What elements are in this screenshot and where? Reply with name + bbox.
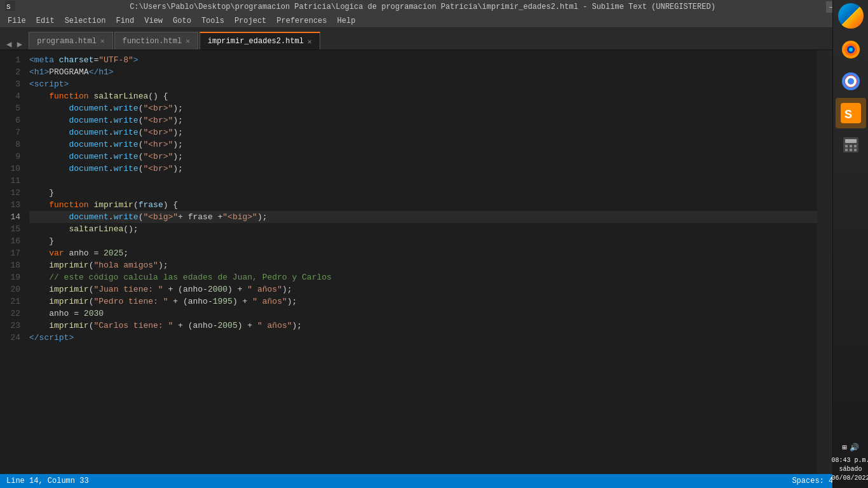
windows-logo[interactable] [836,3,866,33]
code-line-24: </script> [29,332,817,344]
code-line-18: imprimir("hola amigos"); [29,259,817,271]
tab-label: function.html [123,37,182,46]
tab-arrows: ◀ ▶ [3,39,26,50]
chrome-icon[interactable] [836,66,866,97]
tab-close-imprimir[interactable]: ✕ [308,37,312,46]
svg-rect-19 [845,149,848,151]
line-num: 20 [4,283,20,295]
firefox-icon[interactable] [836,34,866,65]
tab-label: programa.html [37,37,97,46]
menu-goto[interactable]: Goto [168,15,196,27]
menu-preferences[interactable]: Preferences [271,15,332,27]
line-num: 23 [4,320,20,332]
line-num: 2 [4,66,20,78]
tab-close-programa[interactable]: ✕ [100,37,105,45]
tab-imprimir[interactable]: imprimir_edades2.html ✕ [200,32,320,50]
code-line-2: <h1>PROGRAMA</h1> [29,66,817,78]
tab-function[interactable]: function.html ✕ [114,32,198,50]
menu-help[interactable]: Help [332,15,361,27]
svg-text:S: S [6,3,11,11]
title-bar: S C:\Users\Pablo\Desktop\programacion Pa… [0,0,868,14]
code-line-19: // este código calcula las edades de Jua… [29,271,817,283]
svg-rect-16 [845,145,848,147]
code-line-8: document.write("<hr>"); [29,139,817,151]
line-num: 9 [4,151,20,163]
svg-rect-18 [854,145,857,147]
status-left: Line 14, Column 33 [6,477,89,485]
line-num: 7 [4,126,20,139]
line-num: 3 [4,78,20,90]
svg-rect-17 [850,145,852,147]
status-spaces: Spaces: 4 [792,477,833,485]
sublime-icon[interactable]: S [836,98,866,128]
line-num: 6 [4,114,20,126]
code-line-14: document.write("<big>"+ frase +"<big>"); [29,211,817,223]
line-num: 12 [4,187,20,199]
taskbar-icons-row: ⊞ 🔊 [842,443,858,452]
line-num: 19 [4,271,20,283]
line-numbers: 1 2 3 4 5 6 7 8 9 10 11 12 13 14 15 16 1… [0,50,27,474]
calculator-icon[interactable] [836,130,866,160]
svg-rect-21 [854,149,857,151]
menu-view[interactable]: View [139,15,168,27]
status-position: Line 14, Column 33 [6,477,89,485]
line-num: 24 [4,332,20,344]
menu-selection[interactable]: Selection [60,15,111,27]
line-num: 1 [4,54,20,66]
editor: 1 2 3 4 5 6 7 8 9 10 11 12 13 14 15 16 1… [0,50,868,474]
svg-rect-15 [845,139,857,143]
line-num: 11 [4,175,20,187]
line-num: 14 [4,211,20,223]
menu-find[interactable]: Find [111,15,139,27]
time-display: 08:43 p.m. sábado 06/08/2022 [832,456,869,483]
code-line-6: document.write("<br>"); [29,114,817,126]
code-line-21: imprimir("Pedro tiene: " + (anho-1995) +… [29,295,817,308]
menu-bar: File Edit Selection Find View Goto Tools… [0,14,868,28]
menu-file[interactable]: File [3,15,31,27]
clock-time: 08:43 p.m. [832,456,869,465]
code-line-9: document.write("<br>"); [29,151,817,163]
code-line-7: document.write("<br>"); [29,126,817,139]
code-line-13: function imprimir(frase) { [29,199,817,211]
line-num: 10 [4,163,20,175]
code-line-22: anho = 2030 [29,308,817,320]
code-line-16: } [29,235,817,247]
title-text: C:\Users\Pablo\Desktop\programacion Patr… [19,3,826,11]
line-num: 5 [4,102,20,114]
line-num: 13 [4,199,20,211]
code-editor[interactable]: <meta charset="UTF-8"> <h1>PROGRAMA</h1>… [27,50,817,474]
code-line-5: document.write("<br>"); [29,102,817,114]
code-line-20: imprimir("Juan tiene: " + (anho-2000) + … [29,283,817,295]
line-num: 18 [4,259,20,271]
svg-rect-20 [850,149,852,151]
tab-programa[interactable]: programa.html ✕ [29,32,112,50]
status-bar: Line 14, Column 33 Spaces: 4 HTML [0,474,868,488]
tab-close-function[interactable]: ✕ [186,37,190,45]
clock-day: sábado [832,465,869,474]
menu-project[interactable]: Project [229,15,271,27]
line-num: 8 [4,139,20,151]
taskbar: S ⊞ 🔊 08:43 p.m. sábado 06/08/2022 [832,0,868,488]
svg-point-5 [849,48,853,51]
code-line-3: <script> [29,78,817,90]
taskbar-bottom-area: ⊞ 🔊 08:43 p.m. sábado 06/08/2022 [829,440,869,485]
volume-icon: 🔊 [850,443,859,452]
code-line-23: imprimir("Carlos tiene: " + (anho-2005) … [29,320,817,332]
svg-point-11 [848,78,854,85]
menu-tools[interactable]: Tools [196,15,229,27]
clock-date: 06/08/2022 [832,474,869,483]
app-icon: S [5,1,15,13]
code-line-10: document.write("<br>"); [29,163,817,175]
line-num: 15 [4,223,20,235]
code-line-11 [29,175,817,187]
line-num: 17 [4,247,20,259]
line-num: 16 [4,235,20,247]
code-line-15: saltarLinea(); [29,223,817,235]
code-line-12: } [29,187,817,199]
code-line-4: function saltarLinea() { [29,90,817,102]
code-line-1: <meta charset="UTF-8"> [29,54,817,66]
tab-label: imprimir_edades2.html [208,37,304,46]
line-num: 21 [4,295,20,308]
menu-edit[interactable]: Edit [31,15,60,27]
code-line-17: var anho = 2025; [29,247,817,259]
